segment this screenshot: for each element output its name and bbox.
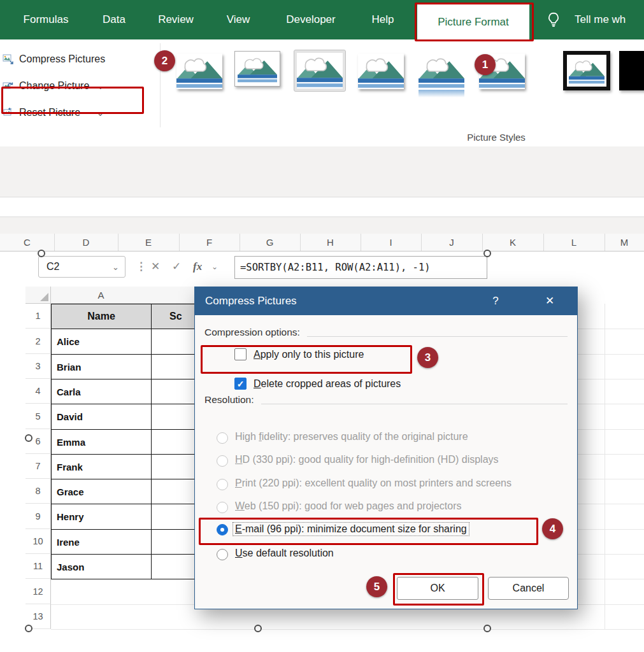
tab-view[interactable]: View — [227, 0, 250, 39]
cell-a8[interactable]: Grace — [51, 479, 152, 504]
help-button[interactable]: ? — [485, 287, 506, 315]
default-resolution-radio[interactable] — [217, 549, 228, 560]
cancel-button[interactable]: Cancel — [488, 577, 569, 600]
tell-me-box[interactable]: Tell me wh — [575, 0, 626, 39]
row-header-11[interactable]: 11 — [25, 554, 51, 579]
lightbulb-icon[interactable] — [545, 11, 562, 31]
row-header-9[interactable]: 9 — [25, 504, 51, 529]
cell-a5[interactable]: David — [51, 404, 152, 430]
selection-handle-mid-left[interactable] — [25, 434, 32, 442]
row-header-3[interactable]: 3 — [25, 354, 51, 379]
cell-a11[interactable]: Jason — [51, 554, 152, 579]
row-header-12[interactable]: 12 — [25, 579, 51, 604]
row-header-5[interactable]: 5 — [25, 404, 51, 429]
select-all-corner[interactable] — [25, 287, 51, 304]
tab-review[interactable]: Review — [158, 0, 194, 39]
default-resolution-label[interactable]: Use default resolution — [235, 548, 334, 559]
annotation-step-3: 3 — [417, 347, 438, 368]
compress-pictures-dialog: Compress Pictures ? ✕ Compression option… — [194, 287, 578, 609]
annotation-step-1: 1 — [475, 54, 496, 75]
print-radio — [217, 479, 228, 490]
email-radio[interactable] — [217, 524, 228, 535]
annotation-step-4: 4 — [542, 518, 563, 539]
close-icon[interactable]: ✕ — [539, 287, 561, 315]
apply-only-label[interactable]: Apply only to this picture — [254, 349, 364, 360]
col-header-c[interactable]: C — [0, 234, 55, 251]
selection-handle-top-left[interactable] — [38, 250, 45, 257]
cell-a4[interactable]: Carla — [51, 379, 152, 404]
apply-only-checkbox[interactable] — [234, 348, 247, 360]
row-header-4[interactable]: 4 — [25, 379, 51, 404]
picture-style-soft-edge-selected[interactable] — [294, 50, 346, 92]
window-gap — [0, 146, 644, 234]
change-picture-label: Change Picture — [19, 80, 89, 92]
name-box[interactable]: C2 ⌄ — [38, 256, 125, 278]
web-radio — [217, 502, 228, 513]
selection-handle-top-right[interactable] — [483, 250, 491, 257]
tab-picture-format[interactable]: Picture Format — [417, 4, 529, 39]
compress-pictures-button[interactable]: Compress Pictures — [3, 50, 105, 69]
selection-handle-bottom-left[interactable] — [25, 625, 32, 632]
print-label: Print (220 ppi): excellent quality on mo… — [235, 478, 512, 489]
row-header-2[interactable]: 2 — [25, 329, 51, 354]
picture-style-simple[interactable] — [176, 53, 222, 89]
inner-col-header-a[interactable]: A — [51, 287, 152, 304]
row-header-1[interactable]: 1 — [25, 304, 51, 329]
resolution-label: Resolution: — [204, 394, 254, 406]
check-icon: ✓ — [237, 379, 245, 389]
tab-help[interactable]: Help — [372, 0, 394, 39]
email-label[interactable]: E-mail (96 ppi): minimize document size … — [233, 523, 469, 535]
picture-style-black-frame-clipped[interactable] — [619, 51, 644, 90]
formula-input[interactable]: =SORTBY(A2:B11, ROW(A2:A11), -1) — [234, 256, 487, 279]
tab-formulas[interactable]: Formulas — [24, 0, 69, 39]
reset-picture-button[interactable]: Reset Picture ⌄ — [3, 103, 104, 122]
row-header-10[interactable]: 10 — [25, 529, 51, 554]
cancel-entry-icon[interactable]: ✕ — [151, 256, 160, 278]
cell-a1-name-header[interactable]: Name — [51, 304, 152, 329]
dialog-titlebar[interactable]: Compress Pictures ? ✕ — [195, 287, 577, 315]
chevron-down-icon: ⌄ — [97, 82, 104, 90]
cell-a6[interactable]: Emma — [51, 429, 152, 455]
gridline — [605, 304, 605, 629]
select-all-triangle — [40, 293, 48, 301]
ribbon-tab-bar: Formulas Data Review View Developer Help… — [0, 0, 644, 39]
delete-cropped-checkbox[interactable]: ✓ — [234, 378, 247, 390]
col-header-h[interactable]: H — [300, 234, 361, 251]
ok-button[interactable]: OK — [397, 577, 478, 600]
tab-developer[interactable]: Developer — [286, 0, 336, 39]
name-box-value: C2 — [39, 261, 112, 273]
picture-style-reflection[interactable] — [419, 53, 464, 89]
cell-a3[interactable]: Brian — [51, 354, 152, 379]
annotation-step-2: 2 — [154, 50, 175, 71]
group-divider — [261, 404, 568, 404]
picture-style-black-frame[interactable] — [563, 51, 610, 90]
col-header-m[interactable]: M — [605, 234, 644, 251]
tab-data[interactable]: Data — [103, 0, 125, 39]
cell-a10[interactable]: Irene — [51, 529, 152, 555]
selection-handle-bottom-center[interactable] — [254, 625, 262, 632]
row-header-7[interactable]: 7 — [25, 454, 51, 479]
picture-style-white-frame[interactable] — [234, 51, 280, 87]
cell-a9[interactable]: Henry — [51, 504, 152, 530]
col-header-g[interactable]: G — [240, 234, 301, 251]
insert-function-button[interactable]: fx — [193, 256, 202, 278]
high-fidelity-radio — [217, 432, 228, 444]
col-header-j[interactable]: J — [421, 234, 483, 251]
delete-cropped-label[interactable]: Delete cropped areas of pictures — [254, 378, 401, 390]
selection-handle-bottom-right[interactable] — [483, 625, 491, 632]
col-header-e[interactable]: E — [118, 234, 180, 251]
chevron-down-icon[interactable]: ⌄ — [112, 262, 125, 272]
picture-style-plain[interactable] — [358, 53, 404, 89]
col-header-d[interactable]: D — [54, 234, 118, 251]
cell-a2[interactable]: Alice — [51, 329, 152, 355]
col-header-k[interactable]: K — [482, 234, 544, 251]
col-header-i[interactable]: I — [361, 234, 422, 251]
col-header-f[interactable]: F — [179, 234, 240, 251]
cell-a7[interactable]: Frank — [51, 454, 152, 479]
confirm-entry-icon[interactable]: ✓ — [172, 256, 181, 278]
row-header-8[interactable]: 8 — [25, 479, 51, 504]
change-picture-button[interactable]: Change Picture ⌄ — [3, 76, 104, 96]
col-header-l[interactable]: L — [543, 234, 605, 251]
chevron-down-icon: ⌄ — [97, 109, 104, 117]
hd-label: HD (330 ppi): good quality for high-defi… — [235, 454, 499, 465]
